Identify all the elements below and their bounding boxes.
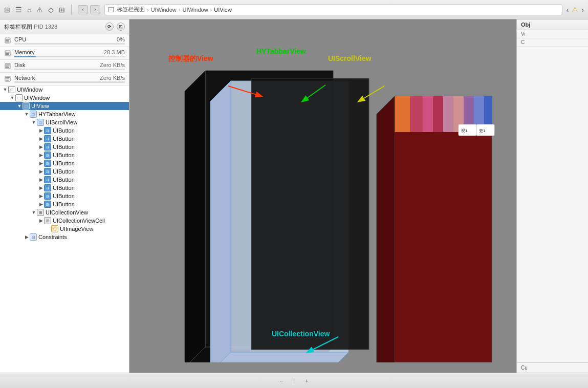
metric-name: CPU [14,36,117,42]
label-controller-view: 控制器的View [168,54,213,63]
tree-node-icon: B [44,192,51,200]
svg-marker-33 [377,96,395,362]
svg-marker-27 [433,96,443,132]
tree-item-uiwindow1[interactable]: ▼ □ UIWindow [0,85,129,94]
search-icon[interactable]: ⌕ [27,6,31,14]
debug-header-info: 标签栏视图 PID 1328 [4,23,57,31]
tree-item-btn4[interactable]: ▶ B UIButton [0,151,129,159]
tree-item-btn2[interactable]: ▶ B UIButton [0,135,129,143]
tree-item-hytabbar[interactable]: ▼ □ HYTabbarView [0,110,129,118]
tree-node-icon: □ [37,119,44,126]
metric-row-cpu: CPU 0% [0,34,129,47]
alert-icon[interactable]: ⚠ [572,6,578,14]
warning-icon[interactable]: ⚠ [36,6,43,14]
tree-item-uicollectioncell[interactable]: ▶ ⊞ UICollectionViewCell [0,217,129,225]
tree-item-btn3[interactable]: ▶ B UIButton [0,143,129,151]
tree-node-label: UIButton [53,127,75,134]
tree-node-icon: B [44,127,51,134]
toolbar-nav: ‹ › [78,5,100,14]
metric-icon-memory [4,50,11,57]
left-panel: 标签栏视图 PID 1328 ⟳ ⊡ CPU 0% [0,19,129,373]
tree-container[interactable]: ▼ □ UIWindow ▼ □ UIWindow ▼ □ UIView ▼ □… [0,85,129,373]
tree-arrow: ▶ [38,161,44,166]
tree-node-icon: □ [30,111,37,118]
tree-arrow: ▶ [38,218,44,223]
tree-node-icon: ⊡ [51,225,58,232]
tree-node-icon: ⊞ [37,209,44,216]
tree-node-label: Constraints [38,234,67,240]
main-toolbar: ⊞ ☰ ⌕ ⚠ ◇ ⊞ ‹ › ☐ 标签栏视图 › UIWindow › UIW… [0,0,588,19]
svg-text:更1: 更1 [479,128,486,133]
label-uiscrollview: UIScrollView [328,54,372,62]
tree-item-uiscrollview[interactable]: ▼ □ UIScrollView [0,118,129,126]
svg-marker-25 [410,96,423,132]
tree-arrow: ▶ [38,169,44,174]
tree-arrow: ▼ [2,87,8,92]
nav-left-icon[interactable]: ‹ [567,6,569,14]
breadcrumb-item-2[interactable]: UIWindow [151,7,177,13]
bookmark-icon[interactable]: ◇ [48,6,54,14]
breadcrumb-item-4[interactable]: UIView [214,7,232,13]
tree-item-btn6[interactable]: ▶ B UIButton [0,167,129,176]
tree-arrow: ▶ [38,185,44,190]
metric-row-memory: Memory 20.3 MB [0,47,129,60]
metric-name: Memory [14,49,104,55]
right-panel-header: Obj [517,19,588,30]
metric-bar-bg [14,81,125,83]
tree-node-icon: □ [15,94,23,101]
tree-item-btn7[interactable]: ▶ B UIButton [0,176,129,184]
tree-node-icon: □ [8,86,15,93]
tree-item-uiwindow2[interactable]: ▼ □ UIWindow [0,94,129,102]
tree-item-btn10[interactable]: ▶ B UIButton [0,200,129,208]
debug-title: 标签栏视图 [4,24,32,30]
debug-pid: PID 1328 [34,24,57,30]
tree-node-label: UIButton [53,201,75,207]
tree-arrow: ▶ [38,153,44,158]
label-uicollectionview: UICollectionView [272,330,330,338]
tree-arrow: ▶ [38,193,44,199]
tree-item-uiimageview[interactable]: ⊡ UIImageView [0,225,129,233]
metric-value: 20.3 MB [104,49,125,55]
tree-node-icon: B [44,135,51,142]
zoom-in-button[interactable]: + [305,378,308,384]
svg-rect-15 [6,80,9,81]
second-black-layer [251,78,369,350]
zoom-out-button[interactable]: − [280,378,283,384]
label-hytabbar: HYTabbarView [256,47,306,55]
tree-node-label: UIButton [53,160,75,166]
grid-icon[interactable]: ⊞ [59,6,65,14]
breadcrumb-item-1[interactable]: 标签栏视图 [117,6,145,13]
svg-marker-28 [443,96,453,132]
tree-item-constraints[interactable]: ▶ ⊟ Constraints [0,233,129,241]
inspect-button[interactable]: ⊡ [117,23,125,31]
svg-marker-23 [395,96,492,362]
breadcrumb-file-icon: ☐ [108,6,115,14]
metric-value: Zero KB/s [100,62,125,68]
list-icon[interactable]: ☰ [15,6,22,14]
svg-rect-10 [6,66,9,67]
breadcrumb-item-3[interactable]: UIWindow [182,7,208,13]
svg-marker-17 [185,71,205,362]
pause-button[interactable]: ⟳ [105,23,114,31]
tree-item-btn9[interactable]: ▶ B UIButton [0,192,129,200]
nav-back-button[interactable]: ‹ [78,5,88,14]
nav-right-icon[interactable]: › [581,6,584,14]
tree-item-btn1[interactable]: ▶ B UIButton [0,126,129,135]
tree-node-icon: B [44,184,51,191]
svg-marker-21 [210,352,349,362]
tree-arrow: ▶ [38,177,44,182]
tree-item-uicollection[interactable]: ▼ ⊞ UICollectionView [0,208,129,217]
svg-rect-7 [6,54,9,55]
3d-visualization: 视1 更1 [144,30,502,362]
toolbar-divider-1 [71,5,72,15]
tree-item-uiview[interactable]: ▼ □ UIView [0,102,129,110]
metric-bar-bg [14,56,125,57]
right-panel-bottom: Cu [517,362,588,373]
tree-node-label: UIWindow [24,95,50,101]
tree-item-btn5[interactable]: ▶ B UIButton [0,159,129,167]
center-panel[interactable]: 视1 更1 [129,19,516,373]
nav-forward-button[interactable]: › [90,5,100,14]
canvas-area: 视1 更1 [144,30,502,362]
tree-item-btn8[interactable]: ▶ B UIButton [0,184,129,192]
memory-icon[interactable]: ⊞ [4,6,10,14]
